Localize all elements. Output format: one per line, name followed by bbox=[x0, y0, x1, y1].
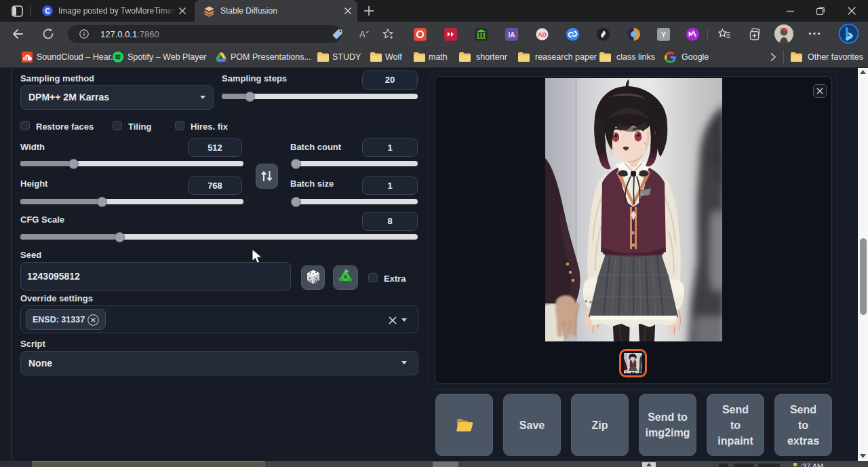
svg-text:Y: Y bbox=[661, 31, 667, 39]
svg-text:AD: AD bbox=[538, 31, 547, 38]
svg-text:A: A bbox=[359, 29, 366, 39]
svg-text:IA: IA bbox=[509, 31, 515, 39]
svg-text:C: C bbox=[45, 7, 50, 15]
